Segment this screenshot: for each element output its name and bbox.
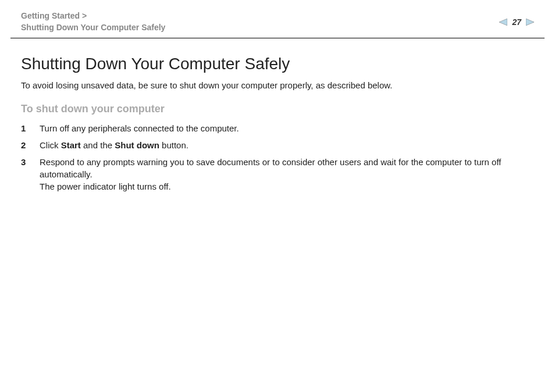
breadcrumb-section: Getting Started > <box>21 11 87 20</box>
step-number: 1 <box>21 122 40 134</box>
step-text: Respond to any prompts warning you to sa… <box>40 156 534 193</box>
page-nav: 27 <box>499 17 534 27</box>
svg-marker-0 <box>499 19 507 26</box>
breadcrumb-page: Shutting Down Your Computer Safely <box>21 23 165 32</box>
page-number: 27 <box>512 17 521 27</box>
breadcrumb: Getting Started > Shutting Down Your Com… <box>21 10 165 33</box>
next-page-icon[interactable] <box>526 19 534 26</box>
step-number: 2 <box>21 139 40 151</box>
page-header: Getting Started > Shutting Down Your Com… <box>0 0 555 38</box>
prev-page-icon[interactable] <box>499 19 507 26</box>
step-text: Turn off any peripherals connected to th… <box>40 122 534 134</box>
step-item: 3 Respond to any prompts warning you to … <box>21 156 534 193</box>
main-content: Shutting Down Your Computer Safely To av… <box>0 38 555 213</box>
step-item: 1 Turn off any peripherals connected to … <box>21 122 534 134</box>
svg-marker-1 <box>526 19 534 26</box>
step-item: 2 Click Start and the Shut down button. <box>21 139 534 151</box>
step-text: Click Start and the Shut down button. <box>40 139 534 151</box>
step-list: 1 Turn off any peripherals connected to … <box>21 122 534 193</box>
step-number: 3 <box>21 156 40 168</box>
intro-paragraph: To avoid losing unsaved data, be sure to… <box>21 80 534 90</box>
section-subtitle: To shut down your computer <box>21 103 534 115</box>
page-title: Shutting Down Your Computer Safely <box>21 55 534 73</box>
